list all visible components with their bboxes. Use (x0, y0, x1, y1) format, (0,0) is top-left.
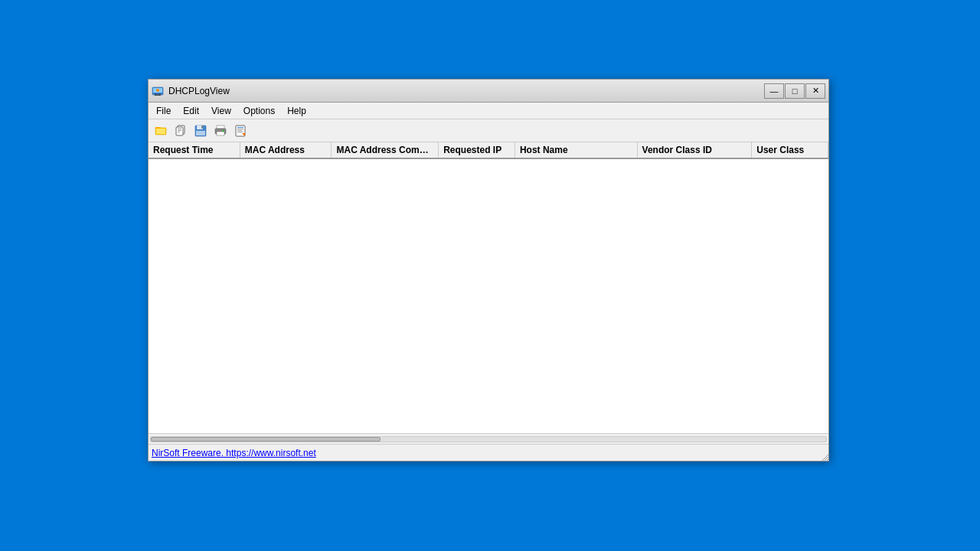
maximize-button[interactable]: □ (785, 83, 805, 99)
svg-rect-19 (196, 131, 205, 135)
scrollbar-thumb[interactable] (151, 437, 381, 442)
svg-rect-9 (156, 129, 165, 134)
main-content: Request Time MAC Address MAC Address Com… (149, 142, 828, 433)
toolbar-print-button[interactable] (211, 122, 230, 140)
svg-rect-12 (176, 127, 183, 135)
title-bar: DHCPLogView — □ ✕ (149, 80, 828, 103)
menu-bar: File Edit View Options Help (149, 103, 828, 119)
svg-rect-2 (154, 93, 162, 94)
svg-point-23 (223, 130, 224, 132)
col-header-mac-address[interactable]: MAC Address (240, 142, 332, 158)
toolbar-copy-button[interactable] (172, 122, 190, 140)
title-bar-buttons: — □ ✕ (764, 83, 825, 99)
toolbar-properties-button[interactable] (231, 122, 250, 140)
svg-rect-6 (155, 95, 161, 96)
toolbar (149, 119, 828, 142)
col-header-user-class[interactable]: User Class (752, 142, 828, 158)
svg-rect-25 (237, 127, 243, 128)
col-header-mac-company[interactable]: MAC Address Company (332, 142, 439, 158)
menu-view[interactable]: View (205, 104, 237, 118)
menu-file[interactable]: File (150, 104, 177, 118)
svg-rect-20 (217, 126, 224, 129)
svg-rect-22 (217, 132, 224, 135)
close-button[interactable]: ✕ (805, 83, 825, 99)
table-body (149, 159, 828, 433)
svg-rect-28 (237, 132, 243, 132)
svg-rect-5 (159, 93, 160, 95)
svg-rect-4 (155, 93, 156, 95)
svg-line-32 (827, 459, 828, 461)
menu-options[interactable]: Options (237, 104, 281, 118)
nirsoft-link[interactable]: NirSoft Freeware. https://www.nirsoft.ne… (152, 448, 316, 458)
svg-rect-14 (178, 130, 181, 131)
col-header-host-name[interactable]: Host Name (515, 142, 638, 158)
menu-edit[interactable]: Edit (177, 104, 205, 118)
table-header: Request Time MAC Address MAC Address Com… (149, 142, 828, 159)
svg-rect-13 (178, 129, 181, 129)
col-header-request-time[interactable]: Request Time (149, 142, 240, 158)
svg-rect-26 (237, 129, 243, 129)
svg-rect-18 (201, 126, 203, 129)
scrollbar-track[interactable] (150, 436, 827, 442)
main-window: DHCPLogView — □ ✕ File Edit View Options… (148, 79, 829, 461)
minimize-button[interactable]: — (764, 83, 784, 99)
svg-rect-27 (237, 130, 242, 131)
svg-rect-10 (155, 127, 159, 129)
resize-handle[interactable] (819, 452, 828, 461)
status-bar: NirSoft Freeware. https://www.nirsoft.ne… (149, 444, 828, 461)
app-icon (152, 85, 164, 97)
title-bar-left: DHCPLogView (152, 85, 230, 97)
window-title: DHCPLogView (168, 86, 230, 96)
col-header-vendor-class[interactable]: Vendor Class ID (638, 142, 753, 158)
menu-help[interactable]: Help (281, 104, 312, 118)
toolbar-save-button[interactable] (191, 122, 210, 140)
svg-rect-15 (178, 132, 180, 132)
toolbar-open-button[interactable] (152, 122, 170, 140)
col-header-requested-ip[interactable]: Requested IP (439, 142, 515, 158)
horizontal-scrollbar[interactable] (149, 433, 828, 444)
svg-point-3 (156, 89, 159, 92)
